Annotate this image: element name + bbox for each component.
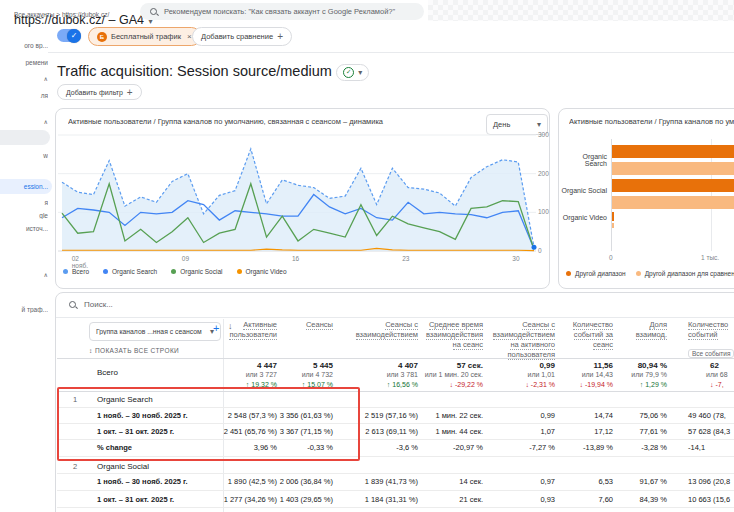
- total-secondary-value: или 68: [706, 371, 734, 378]
- table-cell: 1 403 (29,65 %): [238, 495, 333, 504]
- legend-label: Organic Social: [180, 268, 222, 275]
- table-cell: 2 006 (36,84 %): [238, 477, 333, 486]
- period-label: 1 нояб. – 30 нояб. 2025 г.: [97, 477, 188, 486]
- nav-item-clipped[interactable]: источ...: [0, 225, 48, 232]
- check-icon: ✓: [67, 29, 81, 43]
- y-axis-tick: 0: [538, 247, 542, 254]
- add-comparison-button[interactable]: Добавить сравнение +: [192, 27, 292, 46]
- column-header-label: сеанс: [593, 340, 613, 350]
- plus-icon: +: [127, 87, 133, 98]
- legend-label: Organic Search: [112, 268, 157, 275]
- chevron-up-icon[interactable]: ∧: [0, 271, 48, 278]
- bar-current: [612, 212, 614, 221]
- nav-item-clipped[interactable]: ремени: [0, 59, 48, 66]
- bar-current: [612, 179, 734, 192]
- table-cell: 91,67 %: [572, 477, 667, 486]
- x-axis-tick: 30: [512, 255, 519, 262]
- nav-item-clipped[interactable]: w: [0, 152, 48, 159]
- total-value: 5 445: [238, 361, 333, 370]
- event-filter-select[interactable]: Все события: [688, 349, 734, 358]
- table-cell: -14,1: [688, 443, 734, 452]
- row-divider: [57, 490, 734, 491]
- nav-item-clipped[interactable]: й траф...: [0, 306, 48, 313]
- search-hint: Рекомендуем поискать: "Как связать аккау…: [164, 7, 395, 16]
- table-cell: 13 096 (20,8: [688, 477, 734, 486]
- line-chart-legend: ВсегоOrganic SearchOrganic SocialOrganic…: [63, 268, 287, 275]
- table-cell: -3,28 %: [572, 443, 667, 452]
- total-change-value: ↑ 1,29 %: [572, 381, 667, 388]
- nav-item-highlight[interactable]: [0, 130, 50, 145]
- legend-item: Другой диапазон: [566, 270, 626, 277]
- y-axis-tick: 300: [538, 131, 549, 138]
- chevron-down-icon: ▾: [537, 120, 541, 129]
- total-secondary-value: или 4 732: [238, 371, 333, 378]
- chevron-up-icon[interactable]: ∧: [0, 75, 48, 82]
- column-header-label: событий: [688, 330, 718, 340]
- table-cell: 84,39 %: [572, 495, 667, 504]
- legend-dot-icon: [566, 271, 571, 276]
- table-search-placeholder: Поиск...: [84, 300, 113, 309]
- column-header-label: взаимод.: [636, 330, 667, 340]
- search-icon: [69, 301, 76, 308]
- nav-item-clipped[interactable]: ого вр...: [0, 42, 48, 49]
- bar-x-tick: 0: [609, 254, 613, 261]
- add-comparison-label: Добавить сравнение: [201, 32, 273, 41]
- legend-item: Organic Video: [237, 268, 287, 275]
- property-selector[interactable]: https://dubok.cz/ – GA4 ▾: [14, 10, 152, 28]
- table-cell: 49 460 (78,: [688, 411, 734, 420]
- nav-item-clipped[interactable]: gle: [0, 212, 48, 219]
- report-status-button[interactable]: ✓ ▾: [336, 64, 369, 81]
- column-header-label: Количество: [688, 320, 728, 330]
- bar-chart-card: Активные пользователи / Группа каналов п…: [558, 108, 734, 289]
- header-divider: [57, 358, 734, 359]
- highlight-annotation: [57, 387, 360, 461]
- legend-dot-icon: [237, 269, 242, 274]
- plus-icon: +: [277, 31, 283, 42]
- row-divider: [57, 507, 734, 508]
- page-title: Traffic acquisition: Session source/medi…: [57, 63, 332, 79]
- add-filter-button[interactable]: Добавить фильтр +: [57, 84, 142, 100]
- global-search[interactable]: Рекомендуем поискать: "Как связать аккау…: [140, 3, 424, 20]
- legend-dot-icon: [636, 271, 641, 276]
- segment-chip-label: Бесплатный трафик: [111, 32, 181, 41]
- table-cell: 75,06 %: [572, 411, 667, 420]
- x-axis-tick: 09: [182, 255, 189, 262]
- bar-current: [612, 145, 734, 158]
- comparison-toggle[interactable]: ✓: [57, 29, 81, 42]
- legend-label: Другой диапазон: [575, 270, 626, 277]
- row-divider: [57, 473, 734, 474]
- total-row-label: Всего: [97, 368, 118, 377]
- row-number: 2: [73, 462, 77, 471]
- chevron-up-icon[interactable]: ∧: [0, 118, 48, 125]
- table-cell: 77,61 %: [572, 427, 667, 436]
- column-header[interactable]: Долявзаимод.: [572, 320, 667, 340]
- row-dimension-label[interactable]: Organic Social: [97, 462, 149, 471]
- bar-chart-legend: Другой диапазонДругой диапазон для сравн…: [566, 270, 734, 277]
- nav-item-clipped[interactable]: ля: [0, 92, 48, 99]
- legend-item: Всего: [63, 268, 89, 275]
- nav-item-clipped[interactable]: я: [0, 199, 48, 206]
- y-axis-tick: 200: [538, 170, 549, 177]
- segment-chip[interactable]: Б Бесплатный трафик ×: [88, 27, 201, 46]
- close-icon[interactable]: ×: [187, 32, 192, 41]
- x-axis-tick: 23: [402, 255, 409, 262]
- legend-dot-icon: [171, 269, 176, 274]
- nav-item-selected[interactable]: ession...: [0, 179, 52, 194]
- legend-label: Organic Video: [246, 268, 287, 275]
- total-secondary-value: или 79,9 %: [572, 371, 667, 378]
- divider: [56, 317, 734, 318]
- bar-category-label: Organic Video: [561, 214, 607, 221]
- show-all-rows-button[interactable]: ↕ ПОКАЗАТЬ ВСЕ СТРОКИ: [89, 347, 179, 354]
- total-value: 80,94 %: [572, 361, 667, 370]
- property-title: https://dubok.cz/ – GA4: [14, 13, 144, 27]
- topbar-masked-region: [428, 0, 734, 21]
- report-title-row: Traffic acquisition: Session source/medi…: [57, 62, 369, 81]
- table-search[interactable]: Поиск...: [69, 300, 113, 309]
- column-header[interactable]: Сеансы: [238, 320, 333, 330]
- bar-comparison: [612, 196, 734, 209]
- column-header[interactable]: КоличествособытийВсе события: [688, 320, 734, 360]
- legend-item: Organic Social: [171, 268, 222, 275]
- legend-label: Всего: [72, 268, 89, 275]
- table-cell: 57 628 (84,3: [688, 427, 734, 436]
- total-change-value: ↓ -7,: [710, 381, 734, 388]
